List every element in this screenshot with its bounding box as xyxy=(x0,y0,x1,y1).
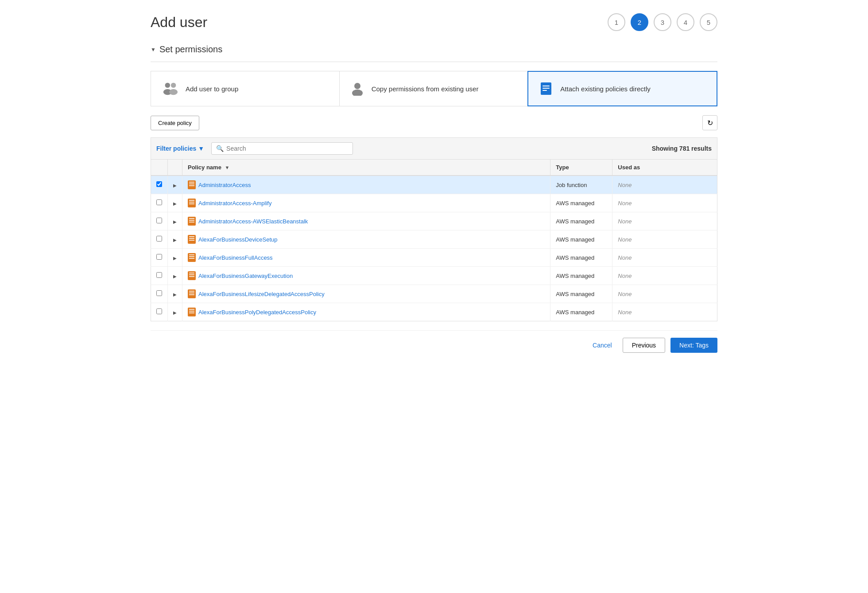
row-checkbox-cell[interactable] xyxy=(151,176,168,194)
step-5[interactable]: 5 xyxy=(700,13,717,31)
previous-button[interactable]: Previous xyxy=(623,338,665,353)
section-header: ▼ Set permissions xyxy=(151,44,717,55)
next-button[interactable]: Next: Tags xyxy=(670,338,717,353)
refresh-button[interactable]: ↻ xyxy=(702,115,717,130)
row-checkbox-3[interactable] xyxy=(156,236,162,242)
card-add-to-group[interactable]: Add user to group xyxy=(151,71,340,106)
col-header-expand xyxy=(168,160,182,176)
section-title: Set permissions xyxy=(159,44,222,55)
policy-link-5[interactable]: AlexaForBusinessGatewayExecution xyxy=(198,273,293,279)
svg-rect-7 xyxy=(542,86,550,86)
row-type-cell-5: AWS managed xyxy=(550,267,612,285)
row-expand-cell-0[interactable]: ▶ xyxy=(168,176,182,194)
toolbar: Create policy ↻ xyxy=(151,115,717,130)
card-copy-permissions-label: Copy permissions from existing user xyxy=(372,84,479,94)
page-header: Add user 1 2 3 4 5 xyxy=(151,13,717,31)
svg-point-4 xyxy=(354,83,360,89)
policy-link-6[interactable]: AlexaForBusinessLifesizeDelegatedAccessP… xyxy=(198,291,325,297)
cancel-button[interactable]: Cancel xyxy=(587,338,617,352)
row-expand-cell-2[interactable]: ▶ xyxy=(168,212,182,230)
filter-bar: Filter policies ▼ 🔍 Showing 781 results xyxy=(151,137,717,159)
policy-link-1[interactable]: AdministratorAccess-Amplify xyxy=(198,200,271,207)
row-checkbox-cell[interactable] xyxy=(151,249,168,267)
row-checkbox-5[interactable] xyxy=(156,272,162,278)
section-divider xyxy=(151,62,717,62)
row-policy-name-cell-1: AdministratorAccess-Amplify xyxy=(182,194,550,212)
row-checkbox-cell[interactable] xyxy=(151,194,168,212)
svg-point-0 xyxy=(165,83,170,88)
svg-point-3 xyxy=(169,89,178,95)
card-copy-permissions[interactable]: Copy permissions from existing user xyxy=(340,71,528,106)
row-type-cell-6: AWS managed xyxy=(550,285,612,303)
results-count: Showing 781 results xyxy=(652,145,712,152)
person-icon xyxy=(350,82,364,96)
row-checkbox-cell[interactable] xyxy=(151,212,168,230)
row-policy-name-cell-4: AlexaForBusinessFullAccess xyxy=(182,249,550,267)
row-type-cell-7: AWS managed xyxy=(550,303,612,321)
col-header-used-as: Used as xyxy=(612,160,717,176)
col-header-type: Type xyxy=(550,160,612,176)
row-expand-cell-3[interactable]: ▶ xyxy=(168,230,182,249)
row-checkbox-1[interactable] xyxy=(156,199,162,205)
row-type-cell-0: Job function xyxy=(550,176,612,194)
row-checkbox-0[interactable] xyxy=(156,181,162,187)
table-row: ▶ AlexaForBusinessGatewayExecution AWS m… xyxy=(151,267,717,285)
table-row: ▶ AlexaForBusinessPolyDelegatedAccessPol… xyxy=(151,303,717,321)
row-used-as-cell-4: None xyxy=(612,249,717,267)
row-used-as-cell-3: None xyxy=(612,230,717,249)
policy-icon-4 xyxy=(188,253,196,262)
row-checkbox-6[interactable] xyxy=(156,290,162,296)
step-1[interactable]: 1 xyxy=(608,13,625,31)
row-used-as-cell-1: None xyxy=(612,194,717,212)
card-attach-policies[interactable]: Attach existing policies directly xyxy=(527,71,717,106)
expand-arrow-icon: ▶ xyxy=(173,274,177,279)
svg-point-5 xyxy=(352,90,363,96)
policy-icon-1 xyxy=(188,199,196,207)
filter-policies-button[interactable]: Filter policies ▼ xyxy=(156,145,204,152)
expand-arrow-icon: ▶ xyxy=(173,219,177,224)
row-policy-name-cell-2: AdministratorAccess-AWSElasticBeanstalk xyxy=(182,212,550,230)
row-expand-cell-6[interactable]: ▶ xyxy=(168,285,182,303)
policy-icon-5 xyxy=(188,271,196,280)
policy-link-7[interactable]: AlexaForBusinessPolyDelegatedAccessPolic… xyxy=(198,309,316,316)
row-checkbox-cell[interactable] xyxy=(151,267,168,285)
policy-link-4[interactable]: AlexaForBusinessFullAccess xyxy=(198,254,273,261)
row-used-as-cell-0: None xyxy=(612,176,717,194)
row-type-cell-1: AWS managed xyxy=(550,194,612,212)
search-input[interactable] xyxy=(226,145,348,152)
row-used-as-cell-6: None xyxy=(612,285,717,303)
row-expand-cell-4[interactable]: ▶ xyxy=(168,249,182,267)
row-checkbox-4[interactable] xyxy=(156,254,162,260)
expand-arrow-icon: ▶ xyxy=(173,183,177,188)
table-row: ▶ AdministratorAccess-AWSElasticBeanstal… xyxy=(151,212,717,230)
row-expand-cell-7[interactable]: ▶ xyxy=(168,303,182,321)
create-policy-button[interactable]: Create policy xyxy=(151,116,199,130)
policy-icon-2 xyxy=(188,217,196,226)
document-icon xyxy=(539,82,553,96)
policy-link-3[interactable]: AlexaForBusinessDeviceSetup xyxy=(198,236,277,243)
col-header-policy-name[interactable]: Policy name ▼ xyxy=(182,160,550,176)
row-policy-name-cell-5: AlexaForBusinessGatewayExecution xyxy=(182,267,550,285)
search-box: 🔍 xyxy=(211,142,353,155)
policy-link-0[interactable]: AdministratorAccess xyxy=(198,182,251,188)
row-type-cell-4: AWS managed xyxy=(550,249,612,267)
step-2[interactable]: 2 xyxy=(631,13,648,31)
row-policy-name-cell-6: AlexaForBusinessLifesizeDelegatedAccessP… xyxy=(182,285,550,303)
step-indicators: 1 2 3 4 5 xyxy=(608,13,717,31)
row-expand-cell-5[interactable]: ▶ xyxy=(168,267,182,285)
expand-arrow-icon: ▶ xyxy=(173,310,177,315)
policy-link-2[interactable]: AdministratorAccess-AWSElasticBeanstalk xyxy=(198,218,308,225)
row-checkbox-cell[interactable] xyxy=(151,303,168,321)
filter-chevron-icon: ▼ xyxy=(198,145,204,152)
step-3[interactable]: 3 xyxy=(654,13,671,31)
expand-arrow-icon: ▶ xyxy=(173,201,177,206)
row-policy-name-cell-3: AlexaForBusinessDeviceSetup xyxy=(182,230,550,249)
row-expand-cell-1[interactable]: ▶ xyxy=(168,194,182,212)
row-checkbox-cell[interactable] xyxy=(151,285,168,303)
step-4[interactable]: 4 xyxy=(677,13,694,31)
col-header-checkbox xyxy=(151,160,168,176)
row-checkbox-2[interactable] xyxy=(156,218,162,223)
row-checkbox-cell[interactable] xyxy=(151,230,168,249)
row-checkbox-7[interactable] xyxy=(156,308,162,314)
row-type-cell-3: AWS managed xyxy=(550,230,612,249)
